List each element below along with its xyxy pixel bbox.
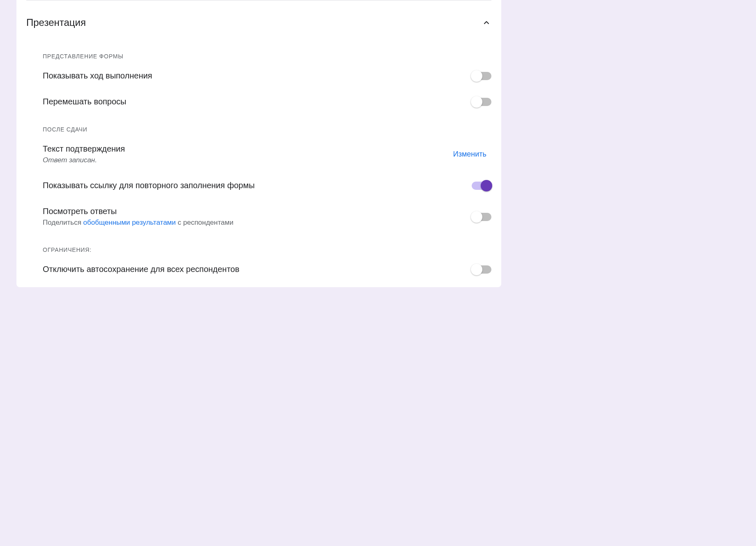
setting-resubmit-link: Показывать ссылку для повторного заполне… bbox=[43, 181, 491, 190]
setting-shuffle-questions: Перемешать вопросы bbox=[43, 97, 491, 106]
summary-results-link[interactable]: обобщенными результатами bbox=[83, 219, 176, 226]
setting-title: Посмотреть ответы bbox=[43, 207, 233, 216]
section-title: Презентация bbox=[26, 17, 86, 28]
setting-view-results: Посмотреть ответы Поделиться обобщенными… bbox=[43, 207, 491, 227]
subsection-label-after-submit: ПОСЛЕ СДАЧИ bbox=[43, 126, 491, 133]
subsection-label-form-presentation: ПРЕДСТАВЛЕНИЕ ФОРМЫ bbox=[43, 53, 491, 60]
subsection-label-restrictions: ОГРАНИЧЕНИЯ: bbox=[43, 247, 491, 253]
setting-confirmation-text: Текст подтверждения Ответ записан. Измен… bbox=[43, 144, 491, 164]
divider bbox=[26, 0, 491, 0]
toggle-resubmit-link[interactable] bbox=[472, 182, 491, 190]
setting-title: Перемешать вопросы bbox=[43, 97, 126, 106]
section-header[interactable]: Презентация bbox=[26, 17, 491, 53]
setting-title: Текст подтверждения bbox=[43, 144, 125, 154]
toggle-view-results[interactable] bbox=[472, 213, 491, 221]
setting-show-progress: Показывать ход выполнения bbox=[43, 71, 491, 81]
setting-subtitle: Поделиться обобщенными результатами с ре… bbox=[43, 219, 233, 227]
section-content: ПРЕДСТАВЛЕНИЕ ФОРМЫ Показывать ход выпол… bbox=[26, 53, 491, 274]
toggle-shuffle-questions[interactable] bbox=[472, 98, 491, 106]
setting-disable-autosave: Отключить автосохранение для всех респон… bbox=[43, 265, 491, 274]
setting-title: Показывать ход выполнения bbox=[43, 71, 152, 81]
chevron-up-icon[interactable] bbox=[482, 18, 491, 28]
setting-title: Показывать ссылку для повторного заполне… bbox=[43, 181, 255, 190]
subtitle-suffix: с респондентами bbox=[176, 219, 233, 226]
edit-confirmation-button[interactable]: Изменить bbox=[448, 147, 491, 162]
setting-title: Отключить автосохранение для всех респон… bbox=[43, 265, 240, 274]
settings-card: Презентация ПРЕДСТАВЛЕНИЕ ФОРМЫ Показыва… bbox=[16, 0, 501, 287]
toggle-show-progress[interactable] bbox=[472, 72, 491, 80]
subtitle-prefix: Поделиться bbox=[43, 219, 83, 226]
setting-subtitle: Ответ записан. bbox=[43, 156, 125, 164]
toggle-disable-autosave[interactable] bbox=[472, 265, 491, 274]
